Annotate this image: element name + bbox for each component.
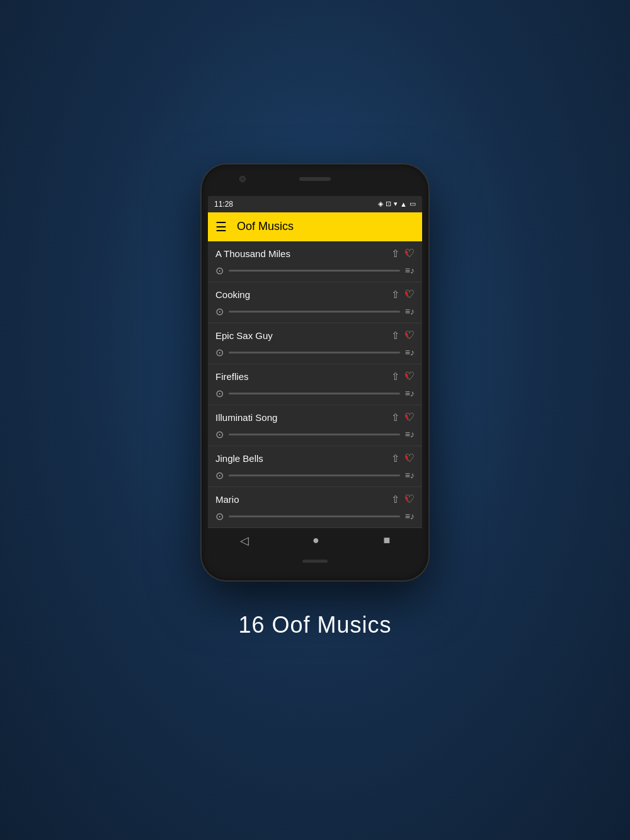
wifi-icon: ▾	[394, 200, 398, 208]
heart-icon[interactable]	[404, 371, 415, 382]
song-actions: ⇧	[391, 248, 415, 260]
play-button[interactable]: ⊙	[215, 388, 224, 400]
song-actions: ⇧	[391, 493, 415, 505]
play-button[interactable]: ⊙	[215, 306, 224, 318]
home-indicator	[302, 560, 328, 563]
song-header: Illuminati Song ⇧	[208, 405, 422, 426]
song-controls: ⊙ ≡♪	[208, 303, 422, 323]
share-icon[interactable]: ⇧	[391, 452, 399, 464]
queue-icon[interactable]: ≡♪	[405, 470, 415, 480]
heart-icon[interactable]	[404, 289, 415, 300]
hamburger-menu-icon[interactable]: ☰	[215, 219, 227, 234]
song-title: Jingle Bells	[215, 453, 391, 464]
app-title: Oof Musics	[237, 220, 294, 233]
song-controls: ⊙ ≡♪	[208, 262, 422, 282]
navigation-bar: ◁ ● ■	[208, 528, 422, 549]
share-icon[interactable]: ⇧	[391, 248, 399, 260]
song-actions: ⇧	[391, 411, 415, 423]
queue-icon[interactable]: ≡♪	[405, 306, 415, 316]
song-list: A Thousand Miles ⇧ ⊙ ≡♪	[208, 241, 422, 528]
progress-bar[interactable]	[229, 311, 400, 313]
list-item: A Thousand Miles ⇧ ⊙ ≡♪	[208, 241, 422, 282]
list-item: Mario ⇧ ⊙ ≡♪	[208, 487, 422, 528]
phone-camera	[239, 176, 246, 182]
recents-button[interactable]: ■	[383, 534, 390, 547]
heart-icon[interactable]	[404, 493, 415, 505]
list-item: Cooking ⇧ ⊙ ≡♪	[208, 282, 422, 323]
song-controls: ⊙ ≡♪	[208, 344, 422, 364]
caption-text: 16 Oof Musics	[238, 612, 391, 638]
status-time: 11:28	[214, 200, 233, 209]
phone-top	[208, 171, 422, 196]
song-title: Fireflies	[215, 371, 391, 382]
share-icon[interactable]: ⇧	[391, 289, 399, 301]
song-title: Mario	[215, 494, 391, 505]
song-controls: ⊙ ≡♪	[208, 426, 422, 446]
share-icon[interactable]: ⇧	[391, 330, 399, 342]
heart-icon[interactable]	[404, 411, 415, 423]
share-icon[interactable]: ⇧	[391, 411, 399, 423]
song-header: Cooking ⇧	[208, 282, 422, 303]
phone-bottom	[208, 549, 422, 574]
home-button[interactable]: ●	[312, 534, 319, 547]
progress-bar[interactable]	[229, 515, 400, 517]
phone-shell: 11:28 ◈ ⊡ ▾ ▲ ▭ ☰ Oof Musics A	[202, 164, 428, 580]
list-item: Jingle Bells ⇧ ⊙ ≡♪	[208, 446, 422, 487]
signal-icon: ▲	[400, 200, 407, 208]
queue-icon[interactable]: ≡♪	[405, 388, 415, 398]
queue-icon[interactable]: ≡♪	[405, 347, 415, 357]
heart-icon[interactable]	[404, 452, 415, 464]
song-actions: ⇧	[391, 452, 415, 464]
list-item: Epic Sax Guy ⇧ ⊙ ≡♪	[208, 323, 422, 364]
song-header: Mario ⇧	[208, 487, 422, 508]
phone-container: 11:28 ◈ ⊡ ▾ ▲ ▭ ☰ Oof Musics A	[202, 164, 428, 638]
song-title: Illuminati Song	[215, 412, 391, 423]
phone-screen: 11:28 ◈ ⊡ ▾ ▲ ▭ ☰ Oof Musics A	[208, 196, 422, 549]
progress-bar[interactable]	[229, 393, 400, 394]
share-icon[interactable]: ⇧	[391, 493, 399, 505]
song-actions: ⇧	[391, 289, 415, 301]
status-bar: 11:28 ◈ ⊡ ▾ ▲ ▭	[208, 196, 422, 212]
queue-icon[interactable]: ≡♪	[405, 511, 415, 521]
play-button[interactable]: ⊙	[215, 469, 224, 481]
song-actions: ⇧	[391, 371, 415, 383]
share-icon[interactable]: ⇧	[391, 371, 399, 383]
queue-icon[interactable]: ≡♪	[405, 429, 415, 439]
list-item: Fireflies ⇧ ⊙ ≡♪	[208, 364, 422, 405]
song-header: A Thousand Miles ⇧	[208, 241, 422, 262]
song-controls: ⊙ ≡♪	[208, 508, 422, 527]
song-controls: ⊙ ≡♪	[208, 467, 422, 486]
location-icon: ◈	[378, 200, 383, 208]
song-controls: ⊙ ≡♪	[208, 385, 422, 405]
song-header: Fireflies ⇧	[208, 364, 422, 385]
play-button[interactable]: ⊙	[215, 510, 224, 522]
song-title: Cooking	[215, 289, 391, 300]
song-header: Epic Sax Guy ⇧	[208, 323, 422, 344]
status-icons: ◈ ⊡ ▾ ▲ ▭	[378, 200, 416, 208]
progress-bar[interactable]	[229, 434, 400, 435]
heart-icon[interactable]	[404, 330, 415, 341]
song-title: A Thousand Miles	[215, 248, 391, 259]
back-button[interactable]: ◁	[240, 534, 249, 548]
song-actions: ⇧	[391, 330, 415, 342]
battery-icon: ▭	[410, 200, 416, 208]
progress-bar[interactable]	[229, 270, 400, 272]
phone-speaker	[299, 177, 331, 181]
play-button[interactable]: ⊙	[215, 265, 224, 277]
heart-icon[interactable]	[404, 248, 415, 259]
play-button[interactable]: ⊙	[215, 347, 224, 359]
queue-icon[interactable]: ≡♪	[405, 265, 415, 275]
song-title: Epic Sax Guy	[215, 330, 391, 341]
play-button[interactable]: ⊙	[215, 429, 224, 440]
progress-bar[interactable]	[229, 352, 400, 354]
song-header: Jingle Bells ⇧	[208, 446, 422, 467]
list-item: Illuminati Song ⇧ ⊙ ≡♪	[208, 405, 422, 446]
app-bar: ☰ Oof Musics	[208, 212, 422, 241]
progress-bar[interactable]	[229, 475, 400, 476]
battery-saver-icon: ⊡	[386, 200, 391, 208]
